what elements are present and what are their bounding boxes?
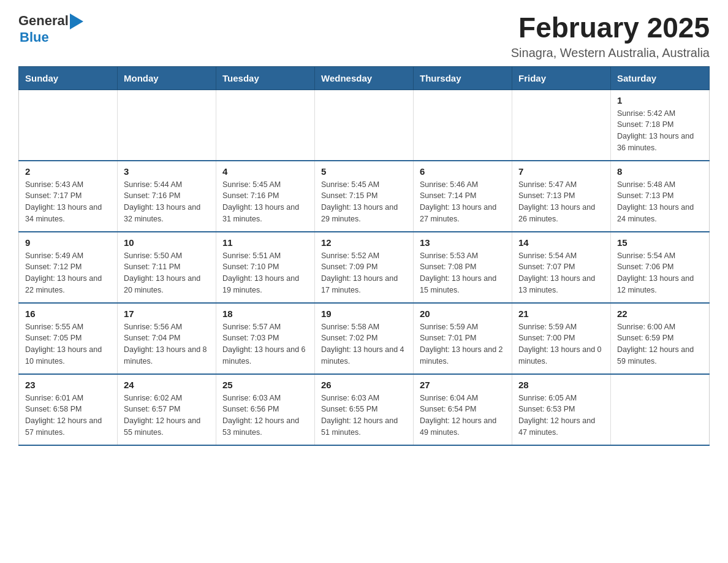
calendar-cell: 28Sunrise: 6:05 AMSunset: 6:53 PMDayligh… xyxy=(512,374,611,445)
calendar-cell: 16Sunrise: 5:55 AMSunset: 7:05 PMDayligh… xyxy=(19,303,118,374)
calendar-cell: 12Sunrise: 5:52 AMSunset: 7:09 PMDayligh… xyxy=(315,232,414,303)
weekday-header-row: SundayMondayTuesdayWednesdayThursdayFrid… xyxy=(19,66,710,90)
title-section: February 2025 Sinagra, Western Australia… xyxy=(511,12,710,60)
day-number: 8 xyxy=(617,166,703,177)
calendar-cell: 11Sunrise: 5:51 AMSunset: 7:10 PMDayligh… xyxy=(216,232,315,303)
day-number: 9 xyxy=(25,237,111,248)
calendar-cell: 3Sunrise: 5:44 AMSunset: 7:16 PMDaylight… xyxy=(118,161,216,232)
day-info: Sunrise: 5:52 AMSunset: 7:09 PMDaylight:… xyxy=(321,250,407,296)
day-info: Sunrise: 5:44 AMSunset: 7:16 PMDaylight:… xyxy=(124,179,210,225)
calendar-cell: 6Sunrise: 5:46 AMSunset: 7:14 PMDaylight… xyxy=(414,161,512,232)
day-info: Sunrise: 5:50 AMSunset: 7:11 PMDaylight:… xyxy=(124,250,210,296)
calendar-cell: 25Sunrise: 6:03 AMSunset: 6:56 PMDayligh… xyxy=(216,374,315,445)
logo: General Blue xyxy=(18,12,83,45)
day-number: 21 xyxy=(518,308,604,319)
calendar-cell: 24Sunrise: 6:02 AMSunset: 6:57 PMDayligh… xyxy=(118,374,216,445)
week-row-3: 9Sunrise: 5:49 AMSunset: 7:12 PMDaylight… xyxy=(19,232,710,303)
day-info: Sunrise: 6:05 AMSunset: 6:53 PMDaylight:… xyxy=(518,393,604,439)
calendar-cell: 8Sunrise: 5:48 AMSunset: 7:13 PMDaylight… xyxy=(611,161,710,232)
day-number: 18 xyxy=(222,308,308,319)
day-info: Sunrise: 5:55 AMSunset: 7:05 PMDaylight:… xyxy=(25,321,111,367)
weekday-header-wednesday: Wednesday xyxy=(315,66,414,90)
calendar-cell: 5Sunrise: 5:45 AMSunset: 7:15 PMDaylight… xyxy=(315,161,414,232)
svg-marker-0 xyxy=(70,13,83,29)
calendar-cell: 1Sunrise: 5:42 AMSunset: 7:18 PMDaylight… xyxy=(611,90,710,161)
calendar-cell: 10Sunrise: 5:50 AMSunset: 7:11 PMDayligh… xyxy=(118,232,216,303)
day-info: Sunrise: 5:51 AMSunset: 7:10 PMDaylight:… xyxy=(222,250,308,296)
day-info: Sunrise: 6:03 AMSunset: 6:56 PMDaylight:… xyxy=(222,393,308,439)
logo-arrow-icon xyxy=(70,13,83,29)
location-subtitle: Sinagra, Western Australia, Australia xyxy=(511,46,710,60)
month-title: February 2025 xyxy=(511,12,710,44)
day-info: Sunrise: 5:57 AMSunset: 7:03 PMDaylight:… xyxy=(222,321,308,367)
calendar-cell xyxy=(19,90,118,161)
day-info: Sunrise: 5:46 AMSunset: 7:14 PMDaylight:… xyxy=(420,179,506,225)
day-number: 27 xyxy=(420,380,506,390)
logo-text-blue: Blue xyxy=(20,29,49,45)
weekday-header-tuesday: Tuesday xyxy=(216,66,315,90)
day-number: 25 xyxy=(222,380,308,390)
calendar-cell xyxy=(118,90,216,161)
calendar-cell: 22Sunrise: 6:00 AMSunset: 6:59 PMDayligh… xyxy=(611,303,710,374)
day-info: Sunrise: 5:43 AMSunset: 7:17 PMDaylight:… xyxy=(25,179,111,225)
calendar-cell: 7Sunrise: 5:47 AMSunset: 7:13 PMDaylight… xyxy=(512,161,611,232)
day-number: 4 xyxy=(222,166,308,177)
day-number: 6 xyxy=(420,166,506,177)
day-number: 16 xyxy=(25,308,111,319)
day-number: 12 xyxy=(321,237,407,248)
day-number: 19 xyxy=(321,308,407,319)
day-info: Sunrise: 6:00 AMSunset: 6:59 PMDaylight:… xyxy=(617,321,703,367)
calendar-cell: 26Sunrise: 6:03 AMSunset: 6:55 PMDayligh… xyxy=(315,374,414,445)
day-number: 24 xyxy=(124,380,210,390)
day-number: 20 xyxy=(420,308,506,319)
logo-text-general: General xyxy=(18,13,69,29)
day-number: 13 xyxy=(420,237,506,248)
weekday-header-saturday: Saturday xyxy=(611,66,710,90)
page-header: General Blue February 2025 Sinagra, West… xyxy=(18,12,710,60)
day-number: 23 xyxy=(25,380,111,390)
calendar-table: SundayMondayTuesdayWednesdayThursdayFrid… xyxy=(18,66,710,446)
calendar-cell: 13Sunrise: 5:53 AMSunset: 7:08 PMDayligh… xyxy=(414,232,512,303)
calendar-cell: 27Sunrise: 6:04 AMSunset: 6:54 PMDayligh… xyxy=(414,374,512,445)
weekday-header-sunday: Sunday xyxy=(19,66,118,90)
day-info: Sunrise: 5:47 AMSunset: 7:13 PMDaylight:… xyxy=(518,179,604,225)
calendar-cell xyxy=(611,374,710,445)
day-info: Sunrise: 5:56 AMSunset: 7:04 PMDaylight:… xyxy=(124,321,210,367)
day-info: Sunrise: 5:59 AMSunset: 7:01 PMDaylight:… xyxy=(420,321,506,367)
day-info: Sunrise: 6:02 AMSunset: 6:57 PMDaylight:… xyxy=(124,393,210,439)
calendar-cell xyxy=(216,90,315,161)
day-info: Sunrise: 5:45 AMSunset: 7:16 PMDaylight:… xyxy=(222,179,308,225)
calendar-cell: 14Sunrise: 5:54 AMSunset: 7:07 PMDayligh… xyxy=(512,232,611,303)
calendar-cell: 4Sunrise: 5:45 AMSunset: 7:16 PMDaylight… xyxy=(216,161,315,232)
day-info: Sunrise: 5:54 AMSunset: 7:06 PMDaylight:… xyxy=(617,250,703,296)
week-row-2: 2Sunrise: 5:43 AMSunset: 7:17 PMDaylight… xyxy=(19,161,710,232)
calendar-cell: 19Sunrise: 5:58 AMSunset: 7:02 PMDayligh… xyxy=(315,303,414,374)
day-info: Sunrise: 5:59 AMSunset: 7:00 PMDaylight:… xyxy=(518,321,604,367)
calendar-header: SundayMondayTuesdayWednesdayThursdayFrid… xyxy=(19,66,710,90)
day-info: Sunrise: 6:04 AMSunset: 6:54 PMDaylight:… xyxy=(420,393,506,439)
day-info: Sunrise: 5:49 AMSunset: 7:12 PMDaylight:… xyxy=(25,250,111,296)
day-info: Sunrise: 5:45 AMSunset: 7:15 PMDaylight:… xyxy=(321,179,407,225)
calendar-cell: 23Sunrise: 6:01 AMSunset: 6:58 PMDayligh… xyxy=(19,374,118,445)
day-info: Sunrise: 5:53 AMSunset: 7:08 PMDaylight:… xyxy=(420,250,506,296)
week-row-4: 16Sunrise: 5:55 AMSunset: 7:05 PMDayligh… xyxy=(19,303,710,374)
calendar-body: 1Sunrise: 5:42 AMSunset: 7:18 PMDaylight… xyxy=(19,90,710,445)
day-number: 22 xyxy=(617,308,703,319)
day-info: Sunrise: 6:03 AMSunset: 6:55 PMDaylight:… xyxy=(321,393,407,439)
day-number: 17 xyxy=(124,308,210,319)
day-info: Sunrise: 6:01 AMSunset: 6:58 PMDaylight:… xyxy=(25,393,111,439)
weekday-header-friday: Friday xyxy=(512,66,611,90)
day-number: 3 xyxy=(124,166,210,177)
calendar-cell xyxy=(315,90,414,161)
calendar-cell: 17Sunrise: 5:56 AMSunset: 7:04 PMDayligh… xyxy=(118,303,216,374)
calendar-cell: 21Sunrise: 5:59 AMSunset: 7:00 PMDayligh… xyxy=(512,303,611,374)
day-number: 10 xyxy=(124,237,210,248)
day-number: 14 xyxy=(518,237,604,248)
day-number: 1 xyxy=(617,95,703,105)
day-number: 26 xyxy=(321,380,407,390)
calendar-cell xyxy=(512,90,611,161)
day-info: Sunrise: 5:42 AMSunset: 7:18 PMDaylight:… xyxy=(617,108,703,154)
day-number: 7 xyxy=(518,166,604,177)
calendar-cell: 20Sunrise: 5:59 AMSunset: 7:01 PMDayligh… xyxy=(414,303,512,374)
day-number: 28 xyxy=(518,380,604,390)
